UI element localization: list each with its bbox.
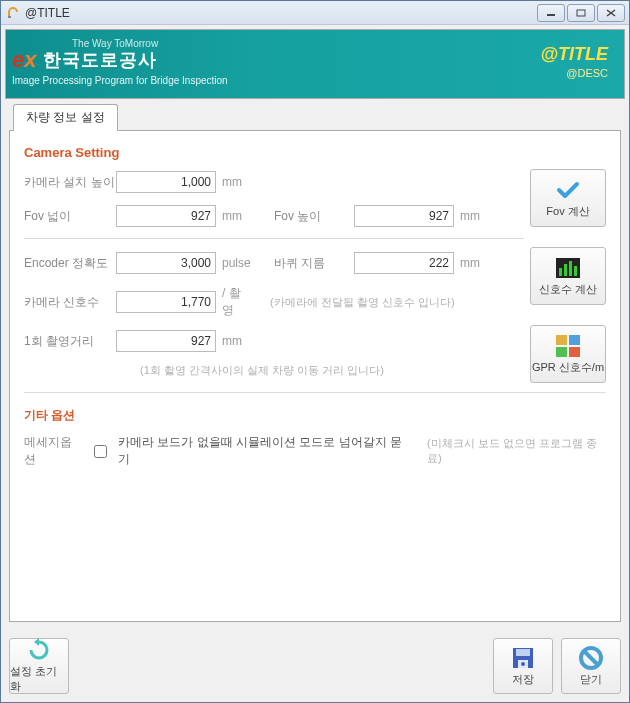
message-option-row: 메세지옵션 카메라 보드가 없을때 시뮬레이션 모드로 넘어갈지 묻기 (미체크… [24,434,606,468]
msg-option-label: 메세지옵션 [24,434,82,468]
banner: The Way ToMorrow ex 한국도로공사 Image Process… [5,29,625,99]
save-button[interactable]: 저장 [493,638,553,694]
banner-subtitle: Image Processing Program for Bridge Insp… [12,75,228,86]
divider [24,238,524,239]
svg-rect-0 [8,16,11,18]
minimize-button[interactable] [537,4,565,22]
svg-rect-8 [569,261,572,276]
wheel-input[interactable] [354,252,454,274]
camera-section-title: Camera Setting [24,145,524,160]
simulation-prompt-hint: (미체크시 보드 없으면 프로그램 종료) [427,436,606,466]
close-label: 닫기 [580,672,602,687]
encoder-label: Encoder 정확도 [24,255,116,272]
svg-rect-10 [556,335,567,345]
titlebar[interactable]: @TITLE [1,1,629,25]
settings-panel: Camera Setting 카메라 설치 높이 mm Fov 넓이 mm [9,130,621,622]
divider-2 [24,392,606,393]
close-dialog-button[interactable]: 닫기 [561,638,621,694]
check-icon [554,178,582,202]
content-area: 차량 정보 설정 Camera Setting 카메라 설치 높이 mm Fov… [1,103,629,630]
svg-rect-7 [564,264,567,276]
floppy-icon [510,646,536,670]
dist-input[interactable] [116,330,216,352]
reset-button[interactable]: 설정 초기화 [9,638,69,694]
svg-rect-11 [569,335,580,345]
banner-title: @TITLE [540,44,608,65]
banner-org: 한국도로공사 [43,48,157,72]
svg-rect-15 [516,649,530,656]
dist-hint: (1회 촬영 간격사이의 실제 차량 이동 거리 입니다) [24,363,524,378]
signal-input[interactable] [116,291,216,313]
refresh-icon [26,638,52,662]
encoder-unit: pulse [222,256,251,270]
wheel-label: 바퀴 지름 [274,255,354,272]
bottom-bar: 설정 초기화 저장 닫기 [1,630,629,702]
signal-calc-label: 신호수 계산 [539,282,597,297]
other-section-title: 기타 옵션 [24,407,606,424]
maximize-button[interactable] [567,4,595,22]
fov-height-input[interactable] [354,205,454,227]
signal-hint: (카메라에 전달될 촬영 신호수 입니다) [270,295,455,310]
gpr-calc-label: GPR 신호수/m [532,360,604,375]
window-title: @TITLE [25,6,537,20]
fov-height-unit: mm [460,209,488,223]
gpr-calc-button[interactable]: GPR 신호수/m [530,325,606,383]
bar-chart-icon [554,256,582,280]
close-button[interactable] [597,4,625,22]
fov-width-input[interactable] [116,205,216,227]
fov-width-unit: mm [222,209,250,223]
fov-width-label: Fov 넓이 [24,208,116,225]
svg-point-17 [521,662,525,666]
dist-unit: mm [222,334,250,348]
signal-label: 카메라 신호수 [24,294,116,311]
tab-vehicle-settings[interactable]: 차량 정보 설정 [13,104,118,131]
save-label: 저장 [512,672,534,687]
svg-rect-2 [577,10,585,16]
no-entry-icon [578,646,604,670]
app-window: @TITLE The Way ToMorrow ex 한국도로공사 Image … [0,0,630,703]
svg-rect-6 [559,268,562,276]
dist-label: 1회 촬영거리 [24,333,116,350]
camera-height-input[interactable] [116,171,216,193]
banner-desc: @DESC [540,67,608,79]
camera-height-unit: mm [222,175,250,189]
fov-calc-label: Fov 계산 [546,204,589,219]
app-icon [5,5,21,21]
svg-line-19 [584,651,598,665]
window-controls [537,4,625,22]
svg-rect-12 [556,347,567,357]
ex-logo: ex [12,47,37,73]
image-grid-icon [554,334,582,358]
svg-rect-13 [569,347,580,357]
svg-rect-9 [574,266,577,276]
side-buttons: Fov 계산 신호수 계산 GPR 신호수/m [530,169,606,383]
simulation-prompt-checkbox[interactable] [94,445,107,458]
fov-height-label: Fov 높이 [274,208,354,225]
fov-calc-button[interactable]: Fov 계산 [530,169,606,227]
tab-row: 차량 정보 설정 [9,107,621,131]
simulation-prompt-text: 카메라 보드가 없을때 시뮬레이션 모드로 넘어갈지 묻기 [118,434,405,468]
signal-unit: / 촬영 [222,285,252,319]
encoder-input[interactable] [116,252,216,274]
wheel-unit: mm [460,256,488,270]
camera-height-label: 카메라 설치 높이 [24,174,116,191]
signal-calc-button[interactable]: 신호수 계산 [530,247,606,305]
reset-label: 설정 초기화 [10,664,68,694]
